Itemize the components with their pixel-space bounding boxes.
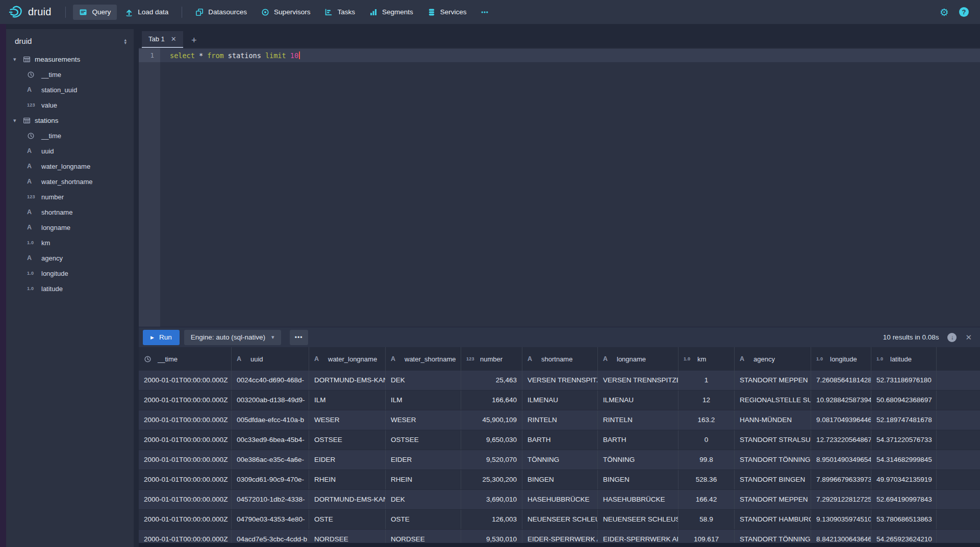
cell-water_longname[interactable]: DORTMUND-EMS-KANAL — [309, 371, 386, 390]
schema-header[interactable]: druid ▴ ▾ — [6, 29, 134, 51]
cell-km[interactable]: 1 — [679, 371, 735, 390]
cell-water_shortname[interactable]: OSTE — [386, 510, 461, 529]
cell-uuid[interactable]: 04790e03-4353-4e80- — [232, 510, 309, 529]
cell-agency[interactable]: HANN-MÜNDEN — [735, 410, 811, 430]
cell-__time[interactable]: 2000-01-01T00:00:00.000Z — [139, 410, 232, 430]
cell-__time[interactable]: 2000-01-01T00:00:00.000Z — [139, 390, 232, 410]
cell-latitude[interactable]: 50.680942368697 — [871, 390, 937, 410]
cell-agency[interactable]: STANDORT HAMBURG — [735, 510, 811, 529]
cell-km[interactable]: 0 — [679, 430, 735, 450]
cell-agency[interactable]: STANDORT BINGEN — [735, 470, 811, 489]
cell-water_longname[interactable]: ILM — [309, 390, 386, 410]
cell-longitude[interactable]: 10.928842587394 — [811, 390, 871, 410]
cell-water_longname[interactable]: DORTMUND-EMS-KANAL — [309, 490, 386, 509]
caret-down-icon[interactable]: ▾ — [13, 117, 19, 124]
cell-water_longname[interactable]: RHEIN — [309, 470, 386, 489]
cell-shortname[interactable]: NEUENSEER SCHLEUSE — [522, 510, 598, 529]
cell-__time[interactable]: 2000-01-01T00:00:00.000Z — [139, 430, 232, 450]
download-icon[interactable]: ↓ — [947, 333, 957, 342]
cell-km[interactable]: 166.42 — [679, 490, 735, 509]
tree-column-shortname[interactable]: Ashortname — [6, 204, 134, 220]
tab-1[interactable]: Tab 1 ✕ — [142, 31, 183, 48]
column-header-uuid[interactable]: Auuid — [232, 347, 309, 371]
tree-column-water_longname[interactable]: Awater_longname — [6, 159, 134, 174]
column-header-__time[interactable]: __time — [139, 347, 232, 371]
tree-column-__time[interactable]: __time — [6, 67, 134, 82]
cell-longname[interactable]: BINGEN — [598, 470, 679, 489]
cell-number[interactable]: 126,003 — [461, 510, 522, 529]
nav-item-supervisors[interactable]: Supervisors — [255, 5, 316, 20]
cell-shortname[interactable]: TÖNNING — [522, 450, 598, 470]
cell-km[interactable]: 58.9 — [679, 510, 735, 529]
double-caret-vertical-icon[interactable]: ▴ ▾ — [124, 38, 127, 44]
tree-column-value[interactable]: 123value — [6, 97, 134, 113]
cell-longitude[interactable]: 7.2608564181428 — [811, 371, 871, 390]
cell-latitude[interactable]: 54.371220576733 — [871, 430, 937, 450]
tree-column-__time[interactable]: __time — [6, 128, 134, 143]
cell-__time[interactable]: 2000-01-01T00:00:00.000Z — [139, 510, 232, 529]
cell-water_longname[interactable]: OSTSEE — [309, 430, 386, 450]
cell-longname[interactable]: NEUENSEER SCHLEUSE — [598, 510, 679, 529]
cell-number[interactable]: 45,900,109 — [461, 410, 522, 430]
tree-column-km[interactable]: 1.0km — [6, 235, 134, 250]
cell-longitude[interactable]: 9.0817049396446 — [811, 410, 871, 430]
tree-column-station_uuid[interactable]: Astation_uuid — [6, 82, 134, 97]
cell-agency[interactable]: REGIONALSTELLE SUHL — [735, 390, 811, 410]
cell-longname[interactable]: RINTELN — [598, 410, 679, 430]
run-button[interactable]: ▶ Run — [143, 330, 180, 345]
tree-table-measurements[interactable]: ▾measurements — [6, 51, 134, 67]
cell-water_shortname[interactable]: DEK — [386, 371, 461, 390]
cell-shortname[interactable]: BINGEN — [522, 470, 598, 489]
column-header-number[interactable]: 123number — [461, 347, 522, 371]
cell-uuid[interactable]: 00c33ed9-6bea-45b4- — [232, 430, 309, 450]
cell-uuid[interactable]: 00e386ac-e35c-4a6e- — [232, 450, 309, 470]
cell-uuid[interactable]: 003200ab-d138-49d9- — [232, 390, 309, 410]
cell-shortname[interactable]: VERSEN TRENNSPITZE — [522, 371, 598, 390]
cell-water_shortname[interactable]: WESER — [386, 410, 461, 430]
cell-shortname[interactable]: HASEHUBBRÜCKE — [522, 490, 598, 509]
column-header-water_longname[interactable]: Awater_longname — [309, 347, 386, 371]
more-options-button[interactable]: ••• — [290, 330, 308, 345]
close-results-icon[interactable]: ✕ — [965, 333, 972, 342]
cell-agency[interactable]: STANDORT MEPPEN — [735, 371, 811, 390]
nav-item-query[interactable]: Query — [73, 5, 117, 20]
help-icon[interactable]: ? — [959, 7, 969, 17]
horizontal-scrollbar[interactable] — [139, 543, 980, 547]
cell-latitude[interactable]: 49.970342135919 — [871, 470, 937, 489]
nav-item-segments[interactable]: Segments — [363, 5, 419, 20]
cell-longitude[interactable]: 12.723220564867 — [811, 430, 871, 450]
nav-item-tasks[interactable]: Tasks — [318, 5, 361, 20]
sql-editor[interactable]: 1 select * from stations limit 10 — [139, 48, 980, 327]
cell-number[interactable]: 25,463 — [461, 371, 522, 390]
cell-longitude[interactable]: 8.9501490349654 — [811, 450, 871, 470]
cell-number[interactable]: 3,690,010 — [461, 490, 522, 509]
cell-shortname[interactable]: BARTH — [522, 430, 598, 450]
cell-longname[interactable]: TÖNNING — [598, 450, 679, 470]
cell-km[interactable]: 12 — [679, 390, 735, 410]
tree-column-agency[interactable]: Aagency — [6, 250, 134, 266]
cell-__time[interactable]: 2000-01-01T00:00:00.000Z — [139, 470, 232, 489]
cell-number[interactable]: 166,640 — [461, 390, 522, 410]
new-tab-button[interactable]: + — [191, 35, 197, 46]
cell-number[interactable]: 25,300,200 — [461, 470, 522, 489]
nav-item-services[interactable]: Services — [421, 5, 473, 20]
cell-agency[interactable]: STANDORT STRALSUND — [735, 430, 811, 450]
tab-close-icon[interactable]: ✕ — [171, 35, 177, 43]
cell-latitude[interactable]: 54.314682999845 — [871, 450, 937, 470]
cell-number[interactable]: 9,650,030 — [461, 430, 522, 450]
cell-agency[interactable]: STANDORT MEPPEN — [735, 490, 811, 509]
cell-longname[interactable]: VERSEN TRENNSPITZE — [598, 371, 679, 390]
cell-shortname[interactable]: RINTELN — [522, 410, 598, 430]
cell-agency[interactable]: STANDORT TÖNNING — [735, 450, 811, 470]
cell-longitude[interactable]: 9.1309035974510 — [811, 510, 871, 529]
column-header-agency[interactable]: Aagency — [735, 347, 811, 371]
cell-water_shortname[interactable]: EIDER — [386, 450, 461, 470]
cell-latitude[interactable]: 52.189747481678 — [871, 410, 937, 430]
tree-column-number[interactable]: 123number — [6, 189, 134, 204]
cell-longname[interactable]: HASEHUBBRÜCKE — [598, 490, 679, 509]
settings-gear-icon[interactable]: ⚙ — [940, 7, 949, 17]
cell-water_shortname[interactable]: DEK — [386, 490, 461, 509]
column-header-shortname[interactable]: Ashortname — [522, 347, 598, 371]
cell-km[interactable]: 99.8 — [679, 450, 735, 470]
cell-km[interactable]: 528.36 — [679, 470, 735, 489]
